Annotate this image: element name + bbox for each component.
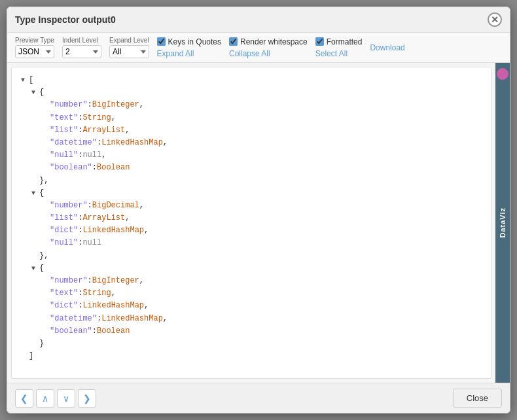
toolbar: Preview Type JSON XML CSV Indent Level 1… — [7, 33, 510, 63]
json-key: "text" — [50, 287, 78, 300]
render-whitespace-label[interactable]: Render whitespace — [240, 37, 308, 46]
json-value: LinkedHashMap — [82, 300, 144, 312]
checkbox-group2: Render whitespace Collapse All — [229, 37, 308, 58]
select-all-row: Select All — [315, 49, 363, 58]
json-line: "null": null — [21, 237, 482, 249]
bracket: { — [39, 262, 44, 275]
json-key: "null" — [50, 149, 78, 162]
close-x-button[interactable]: ✕ — [488, 12, 502, 27]
preview-type-select[interactable]: JSON XML CSV — [15, 45, 54, 58]
json-line: ▼ [ — [21, 74, 482, 86]
json-value: LinkedHashMap — [101, 313, 163, 325]
arrow-icon[interactable]: ▼ — [31, 88, 38, 98]
formatted-row: Formatted — [315, 37, 363, 46]
render-whitespace-checkbox[interactable] — [229, 37, 238, 46]
json-value: Boolean — [97, 325, 130, 338]
json-key: "dict" — [50, 300, 78, 312]
json-line: "list": ArrayList, — [21, 124, 482, 137]
json-key: "text" — [50, 112, 78, 124]
json-value: String — [82, 287, 111, 300]
json-key: "datetime" — [50, 137, 97, 149]
json-value: ArrayList — [82, 124, 125, 137]
preview-type-label: Preview Type — [15, 37, 54, 44]
json-content[interactable]: ▼ [ ▼ { "number": BigInteger, "text": St… — [11, 67, 491, 379]
render-whitespace-row: Render whitespace — [229, 37, 308, 46]
bracket: }, — [39, 175, 48, 187]
formatted-label[interactable]: Formatted — [327, 37, 363, 46]
formatted-checkbox[interactable] — [315, 37, 324, 46]
json-value: BigDecimal — [92, 200, 139, 212]
title-bar: Type Inspector output0 ✕ — [7, 7, 510, 33]
bracket: }, — [39, 250, 48, 262]
json-line: ▼ { — [21, 86, 482, 99]
keys-in-quotes-checkbox[interactable] — [157, 37, 166, 46]
json-line: ] — [21, 350, 482, 362]
json-value: ArrayList — [82, 212, 125, 224]
json-line: "boolean": Boolean — [21, 162, 482, 174]
json-line: "text": String, — [21, 112, 482, 124]
nav-up-button[interactable]: ∧ — [36, 389, 54, 408]
json-value: String — [82, 112, 111, 124]
json-key: "number" — [50, 99, 88, 111]
bracket: ] — [29, 350, 33, 362]
json-key: "list" — [50, 212, 78, 224]
json-value: BigInteger — [92, 99, 139, 111]
collapse-all-link[interactable]: Collapse All — [229, 49, 270, 58]
checkbox-group3: Formatted Select All — [315, 37, 363, 58]
json-value: null — [82, 149, 101, 162]
preview-type-group: Preview Type JSON XML CSV — [15, 37, 54, 58]
json-line: } — [21, 338, 482, 350]
json-line: "number": BigInteger, — [21, 275, 482, 287]
json-line: ▼ { — [21, 187, 482, 200]
sidebar-tab-label: DataViz — [499, 207, 507, 238]
json-key: "number" — [50, 200, 88, 212]
bottom-bar: ❮ ∧ ∨ ❯ Close — [7, 383, 510, 413]
json-value: null — [82, 237, 101, 249]
arrow-icon[interactable]: ▼ — [21, 75, 27, 86]
sidebar-circle-icon — [497, 68, 508, 80]
json-line: "dict": LinkedHashMap, — [21, 300, 482, 312]
nav-down-button[interactable]: ∨ — [57, 389, 75, 408]
json-key: "null" — [50, 237, 78, 249]
bracket: } — [39, 338, 44, 350]
expand-all-link[interactable]: Expand All — [157, 49, 194, 58]
json-key: "dict" — [50, 224, 78, 237]
json-line: }, — [21, 175, 482, 187]
close-button[interactable]: Close — [453, 389, 502, 408]
checkbox-group: Keys in Quotes Expand All — [157, 37, 221, 58]
select-all-link[interactable]: Select All — [315, 49, 348, 58]
json-value: LinkedHashMap — [82, 224, 144, 237]
collapse-all-row: Collapse All — [229, 49, 308, 58]
json-line: "boolean": Boolean — [21, 325, 482, 338]
download-group: Download — [370, 43, 416, 52]
main-area: ▼ [ ▼ { "number": BigInteger, "text": St… — [7, 63, 510, 383]
indent-level-group: Indent Level 1 2 3 4 — [62, 37, 101, 58]
keys-in-quotes-row: Keys in Quotes — [157, 37, 221, 46]
download-link[interactable]: Download — [370, 43, 416, 52]
json-key: "list" — [50, 124, 78, 137]
json-line: "number": BigDecimal, — [21, 200, 482, 212]
indent-level-select[interactable]: 1 2 3 4 — [62, 45, 101, 58]
bracket: { — [39, 86, 44, 99]
expand-all-row: Expand All — [157, 49, 221, 58]
json-line: ▼ { — [21, 262, 482, 275]
json-line: "list": ArrayList, — [21, 212, 482, 224]
indent-level-label: Indent Level — [62, 37, 101, 44]
json-line: "text": String, — [21, 287, 482, 300]
nav-forward-button[interactable]: ❯ — [78, 389, 96, 408]
json-key: "number" — [50, 275, 88, 287]
expand-level-label: Expand Level — [109, 37, 149, 44]
sidebar-tab[interactable]: DataViz — [495, 63, 510, 383]
expand-level-select[interactable]: All 1 2 3 — [109, 45, 149, 58]
json-key: "datetime" — [50, 313, 97, 325]
json-line: "null": null, — [21, 149, 482, 162]
bracket: [ — [29, 74, 33, 86]
arrow-icon[interactable]: ▼ — [31, 264, 38, 274]
keys-in-quotes-label[interactable]: Keys in Quotes — [168, 37, 221, 46]
json-key: "boolean" — [50, 325, 92, 338]
json-line: "datetime": LinkedHashMap, — [21, 313, 482, 325]
expand-level-group: Expand Level All 1 2 3 — [109, 37, 149, 58]
arrow-icon[interactable]: ▼ — [31, 188, 38, 199]
nav-back-button[interactable]: ❮ — [15, 389, 33, 408]
json-line: "dict": LinkedHashMap, — [21, 224, 482, 237]
